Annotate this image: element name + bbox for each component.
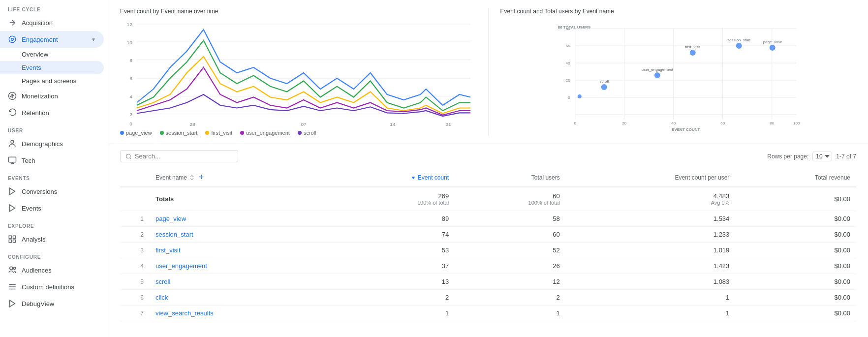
event-count-cell: 74	[328, 227, 455, 243]
engagement-chevron: ▼	[91, 37, 96, 42]
line-chart-container: Event count by Event name over time 12 1…	[120, 8, 489, 136]
scatter-chart-title: Event count and Total users by Event nam…	[500, 8, 857, 15]
revenue-cell: $0.00	[735, 290, 856, 306]
svg-text:page_view: page_view	[763, 40, 781, 44]
table-row: 2 session_start 74 60 1.233 $0.00	[120, 227, 856, 243]
search-input[interactable]	[135, 153, 233, 160]
scatter-point-user-engagement	[654, 72, 660, 78]
rank-cell: 4	[120, 258, 150, 274]
sidebar-item-acquisition[interactable]: Acquisition	[0, 14, 104, 31]
epu-cell: 1.233	[566, 227, 736, 243]
sidebar-item-debugview[interactable]: DebugView	[0, 295, 104, 312]
line-chart-title: Event count by Event name over time	[120, 8, 476, 15]
event-link[interactable]: user_engagement	[155, 262, 207, 270]
rows-per-page-select[interactable]: 10 25 50	[812, 152, 832, 161]
totals-row: Totals 269 100% of total 60 100% of tota…	[120, 187, 856, 211]
event-link[interactable]: click	[155, 294, 168, 301]
svg-text:4: 4	[129, 94, 132, 99]
table-row: 3 first_visit 53 52 1.019 $0.00	[120, 243, 856, 258]
event-name-sort[interactable]: Event name +	[155, 172, 322, 183]
section-events: EVENTS	[0, 169, 108, 183]
sort-down-icon	[411, 175, 416, 180]
event-link[interactable]: page_view	[155, 215, 186, 222]
search-box[interactable]	[120, 150, 238, 162]
event-link[interactable]: view_search_results	[155, 309, 214, 317]
epu-cell: 1.423	[566, 258, 736, 274]
svg-text:session_start: session_start	[727, 38, 751, 42]
col-revenue: Total revenue	[735, 168, 856, 187]
event-link[interactable]: first_visit	[155, 246, 181, 254]
scatter-point-page-view	[769, 45, 775, 51]
col-rank	[120, 168, 150, 187]
pages-screens-label: Pages and screens	[22, 77, 76, 85]
epu-cell: 1.019	[566, 243, 736, 258]
total-users-cell: 52	[455, 243, 566, 258]
table-row: 6 click 2 2 1 $0.00	[120, 290, 856, 306]
svg-rect-4	[9, 157, 16, 162]
total-users-cell: 12	[455, 274, 566, 290]
svg-text:Mar: Mar	[299, 126, 308, 127]
svg-point-10	[13, 267, 16, 270]
audiences-label: Audiences	[22, 267, 52, 274]
demographics-icon	[8, 139, 17, 148]
scatter-point-first-visit	[689, 50, 695, 56]
svg-text:user_engagement: user_engagement	[641, 67, 673, 72]
sidebar-item-custom-definitions[interactable]: Custom definitions	[0, 278, 104, 295]
legend-label-first-visit: first_visit	[211, 130, 232, 136]
svg-text:80: 80	[770, 121, 774, 125]
svg-text:Feb: Feb	[188, 126, 197, 127]
sidebar-item-monetization[interactable]: Monetization	[0, 88, 104, 104]
sidebar-subitem-pages-screens[interactable]: Pages and screens	[0, 74, 104, 88]
svg-text:6: 6	[129, 76, 132, 82]
sidebar-item-engagement[interactable]: Engagement ▼	[0, 31, 104, 48]
svg-text:20: 20	[565, 78, 570, 83]
table-row: 4 user_engagement 37 26 1.423 $0.00	[120, 258, 856, 274]
sidebar-item-retention[interactable]: Retention	[0, 104, 104, 121]
scatter-point-click	[577, 94, 581, 98]
col-epu: Event count per user	[566, 168, 736, 187]
add-event-button[interactable]: +	[197, 172, 206, 183]
event-count-cell: 2	[328, 290, 455, 306]
revenue-cell: $0.00	[735, 227, 856, 243]
scatter-chart-container: Event count and Total users by Event nam…	[489, 8, 857, 136]
event-link[interactable]: session_start	[155, 231, 193, 238]
totals-rank-cell	[120, 187, 150, 211]
sidebar-item-analysis[interactable]: Analysis	[0, 231, 104, 247]
svg-text:2: 2	[129, 112, 132, 117]
svg-text:0: 0	[574, 121, 576, 125]
sidebar-item-audiences[interactable]: Audiences	[0, 262, 104, 278]
sidebar-item-conversions[interactable]: Conversions	[0, 183, 104, 200]
sidebar-subitem-events[interactable]: Events	[0, 61, 104, 74]
svg-rect-5	[9, 236, 11, 238]
epu-cell: 1	[566, 290, 736, 306]
svg-text:20: 20	[622, 121, 626, 125]
total-users-cell: 2	[455, 290, 566, 306]
col-event-name[interactable]: Event name +	[150, 168, 328, 187]
custom-definitions-icon	[8, 282, 17, 291]
rank-cell: 3	[120, 243, 150, 258]
scatter-chart: 80 TOTAL USERS 80 60	[500, 19, 857, 132]
event-count-cell: 13	[328, 274, 455, 290]
event-link[interactable]: scroll	[155, 278, 170, 285]
svg-rect-7	[9, 240, 11, 243]
event-count-cell: 53	[328, 243, 455, 258]
svg-point-0	[9, 36, 16, 43]
section-configure: CONFIGURE	[0, 247, 108, 262]
sidebar: LIFE CYCLE Acquisition Engagement ▼ Over…	[0, 0, 108, 337]
event-name-cell: view_search_results	[150, 306, 328, 321]
debugview-icon	[8, 299, 17, 308]
sidebar-item-demographics[interactable]: Demographics	[0, 135, 104, 152]
section-explore: EXPLORE	[0, 216, 108, 231]
col-event-count[interactable]: Event count	[328, 168, 455, 187]
monetization-label: Monetization	[22, 92, 58, 100]
sidebar-item-events-menu[interactable]: Events	[0, 200, 104, 216]
sidebar-subitem-overview[interactable]: Overview	[0, 48, 104, 61]
sidebar-item-tech[interactable]: Tech	[0, 152, 104, 169]
event-name-cell: page_view	[150, 211, 328, 227]
totals-epu-cell: 4.483 Avg 0%	[566, 187, 736, 211]
event-name-cell: first_visit	[150, 243, 328, 258]
table-row: 7 view_search_results 1 1 1 $0.00	[120, 306, 856, 321]
rank-cell: 6	[120, 290, 150, 306]
svg-text:40: 40	[565, 61, 570, 65]
debugview-label: DebugView	[22, 300, 54, 307]
